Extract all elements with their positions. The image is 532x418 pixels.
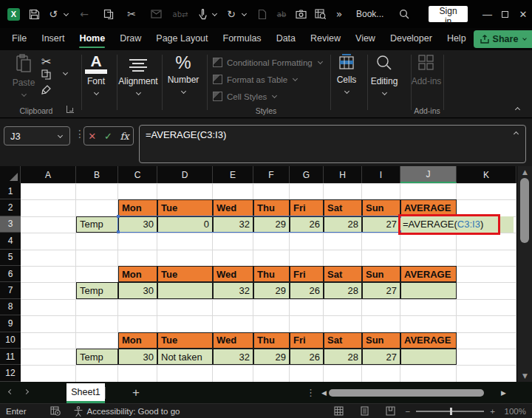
zoom-level[interactable]: 100%	[501, 407, 526, 416]
day-header-sat[interactable]: Sat	[324, 266, 362, 282]
cut-icon[interactable]: ✂	[123, 5, 140, 23]
alignment-group-button[interactable]: Alignment	[117, 54, 159, 97]
value-cell-I11[interactable]: 27	[362, 349, 400, 365]
day-header-tue[interactable]: Tue	[157, 266, 213, 282]
average-cell-J11[interactable]	[400, 349, 457, 365]
zoom-slider[interactable]	[416, 411, 484, 412]
copy-dropdown-icon[interactable]	[63, 70, 68, 75]
day-header-sun[interactable]: Sun	[362, 332, 400, 349]
column-header-I[interactable]: I	[362, 166, 400, 183]
value-cell-D11[interactable]: Not taken	[157, 349, 213, 365]
scroll-up-icon[interactable]: ▲	[517, 168, 532, 176]
collapse-ribbon-icon[interactable]	[515, 107, 520, 112]
zoom-out-icon[interactable]: −	[406, 407, 411, 416]
touch-mode-icon[interactable]	[193, 5, 211, 23]
column-header-A[interactable]: A	[21, 166, 76, 183]
value-cell-F11[interactable]: 29	[253, 349, 290, 365]
font-group-button[interactable]: A Font	[75, 54, 117, 97]
page-layout-view-icon[interactable]	[360, 406, 369, 416]
day-header-fri[interactable]: Fri	[290, 199, 324, 216]
row-header-4[interactable]: 4	[0, 233, 21, 249]
cells-group-button[interactable]: Cells	[327, 54, 366, 95]
day-header-wed[interactable]: Wed	[213, 199, 253, 216]
value-cell-E7[interactable]: 32	[213, 282, 253, 298]
name-box-dropdown-icon[interactable]	[58, 132, 63, 137]
value-cell-E11[interactable]: 32	[213, 349, 253, 365]
column-header-B[interactable]: B	[76, 166, 118, 183]
temp-label-cell[interactable]: Temp	[76, 282, 118, 298]
minimize-button[interactable]: —	[478, 9, 496, 20]
value-cell-G7[interactable]: 26	[290, 282, 324, 298]
excel-logo[interactable]: X	[7, 8, 20, 21]
scroll-left-icon[interactable]: ◀	[321, 389, 327, 397]
day-header-thu[interactable]: Thu	[253, 199, 290, 216]
value-cell-H11[interactable]: 28	[324, 349, 362, 365]
next-sheet-icon[interactable]	[24, 389, 29, 394]
clipboard-dialog-launcher-icon[interactable]	[66, 106, 74, 113]
day-header-sat[interactable]: Sat	[324, 332, 362, 349]
row-header-3[interactable]: 3	[0, 216, 21, 233]
sheet-options-icon[interactable]: ⋮	[306, 387, 316, 398]
row-header-5[interactable]: 5	[0, 250, 21, 266]
day-header-sun[interactable]: Sun	[362, 199, 400, 216]
accessibility-status[interactable]: Accessibility: Good to go	[87, 407, 180, 416]
row-header-1[interactable]: 1	[0, 183, 21, 199]
close-button[interactable]: ✕	[514, 9, 532, 20]
horizontal-scrollbar[interactable]: ◀ ▶	[321, 388, 506, 398]
sheet-tab-sheet1[interactable]: Sheet1	[66, 383, 105, 403]
redo-icon[interactable]: ↻	[222, 5, 240, 23]
tab-draw[interactable]: Draw	[112, 29, 149, 49]
day-header-mon[interactable]: Mon	[118, 266, 157, 282]
column-header-G[interactable]: G	[290, 166, 324, 183]
day-header-tue[interactable]: Tue	[157, 332, 213, 349]
macro-record-icon[interactable]	[50, 406, 61, 416]
normal-view-icon[interactable]	[334, 406, 344, 416]
prev-sheet-icon[interactable]	[8, 389, 13, 394]
row-header-12[interactable]: 12	[0, 365, 21, 382]
column-header-K[interactable]: K	[457, 166, 516, 183]
value-cell-G11[interactable]: 26	[290, 349, 324, 365]
horizontal-scrollbar-thumb[interactable]	[329, 389, 484, 397]
number-group-button[interactable]: % Number	[163, 54, 204, 95]
touch-mode-dropdown-icon[interactable]	[212, 10, 217, 16]
value-cell-F7[interactable]: 29	[253, 282, 290, 298]
range-handle[interactable]	[117, 230, 120, 233]
accessibility-icon[interactable]	[74, 406, 83, 417]
day-header-mon[interactable]: Mon	[118, 199, 157, 216]
tab-data[interactable]: Data	[269, 29, 303, 49]
range-handle[interactable]	[117, 215, 120, 218]
row-header-2[interactable]: 2	[0, 199, 21, 216]
zoom-in-icon[interactable]: +	[490, 407, 495, 416]
name-box[interactable]: J3	[4, 126, 70, 145]
formula-input[interactable]: =AVERAGE(C3:I3)	[139, 125, 526, 163]
tab-review[interactable]: Review	[303, 29, 348, 49]
share-button[interactable]: Share	[474, 30, 532, 48]
value-cell-D7[interactable]	[157, 282, 213, 298]
day-header-average[interactable]: AVERAGE	[400, 266, 457, 282]
vertical-scrollbar-thumb[interactable]	[520, 178, 529, 243]
value-cell-C11[interactable]: 30	[118, 349, 157, 365]
row-header-9[interactable]: 9	[0, 315, 21, 332]
row-header-6[interactable]: 6	[0, 266, 21, 282]
row-header-7[interactable]: 7	[0, 282, 21, 298]
cut-button[interactable]: ✂	[41, 55, 51, 69]
redo-dropdown-icon[interactable]	[242, 10, 247, 16]
row-header-8[interactable]: 8	[0, 299, 21, 315]
day-header-mon[interactable]: Mon	[118, 332, 157, 349]
tab-insert[interactable]: Insert	[34, 29, 72, 49]
scroll-down-icon[interactable]: ▼	[517, 372, 532, 380]
tab-home[interactable]: Home	[72, 29, 112, 49]
tab-developer[interactable]: Developer	[383, 29, 440, 49]
page-break-preview-icon[interactable]	[386, 406, 395, 416]
day-header-fri[interactable]: Fri	[290, 332, 324, 349]
average-cell-J7[interactable]	[400, 282, 457, 298]
copy-icon[interactable]	[100, 5, 117, 23]
scroll-right-icon[interactable]: ▶	[501, 389, 506, 397]
day-header-wed[interactable]: Wed	[213, 266, 253, 282]
column-header-D[interactable]: D	[157, 166, 213, 183]
tab-file[interactable]: File	[4, 29, 34, 49]
column-header-E[interactable]: E	[213, 166, 253, 183]
camera-icon[interactable]	[292, 5, 310, 23]
value-cell-H7[interactable]: 28	[324, 282, 362, 298]
query-table-icon[interactable]	[311, 5, 329, 23]
